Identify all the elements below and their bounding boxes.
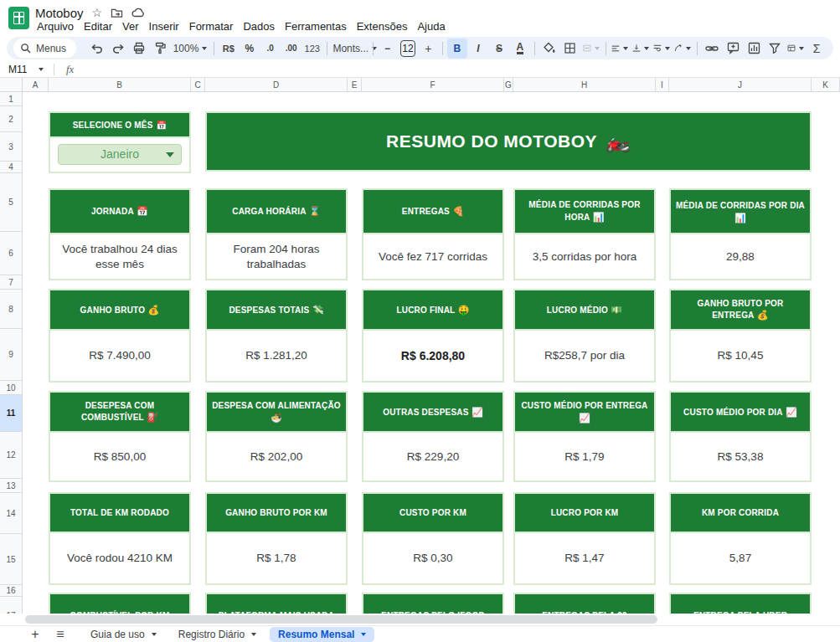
functions-button[interactable]: Σ [807, 39, 827, 59]
card-header[interactable]: CUSTO MÉDIO POR ENTREGA 📈 [515, 393, 654, 433]
card-header[interactable]: LUCRO FINAL 🤑 [363, 290, 502, 331]
month-dropdown[interactable]: Janeiro [58, 144, 182, 165]
card-header[interactable]: GANHO BRUTO POR ENTREGA 💰 [671, 290, 810, 331]
card-header[interactable]: CUSTO POR KM [363, 494, 502, 533]
card-value[interactable]: R$ 10,45 [671, 331, 810, 381]
card-header[interactable]: GANHO BRUTO 💰 [50, 290, 189, 331]
card-value[interactable]: R$258,7 por dia [515, 331, 654, 381]
menu-inserir[interactable]: Inserir [144, 19, 184, 34]
menu-extensoes[interactable]: Extensões [352, 19, 413, 34]
summary-banner[interactable]: RESUMO DO MOTOBOY 🏍️ [205, 111, 812, 172]
star-icon[interactable]: ☆ [92, 7, 103, 18]
card-header[interactable]: DESPESA COM ALIMENTAÇÃO 🍜 [207, 393, 346, 433]
column-header-f[interactable]: F [362, 78, 504, 92]
merge-cells-button[interactable] [581, 39, 601, 59]
card-value[interactable]: R$ 1,79 [515, 433, 654, 480]
card-header[interactable]: COMBUSTÍVEL POR KM [50, 594, 189, 614]
card-value[interactable]: R$ 1.281,20 [207, 331, 346, 381]
select-all-corner[interactable] [0, 78, 23, 92]
formula-input[interactable] [80, 61, 840, 77]
more-formats-button[interactable]: 123 [302, 39, 322, 59]
card-header[interactable]: MÉDIA DE CORRIDAS POR DIA 📊 [671, 190, 810, 234]
decrease-font-size-button[interactable]: − [378, 39, 398, 59]
borders-button[interactable] [560, 39, 580, 59]
table-button[interactable] [786, 39, 806, 59]
card-header[interactable]: OUTRAS DESPESAS 📈 [363, 393, 502, 433]
horizontal-scrollbar-thumb[interactable] [25, 615, 657, 624]
column-header-h[interactable]: H [513, 78, 656, 92]
sheet-tab-guia-de-uso[interactable]: Guia de uso [82, 627, 165, 642]
card-header[interactable]: DESEPESA COM COMBUSTÍVEL ⛽ [50, 393, 189, 433]
column-header-c[interactable]: C [191, 78, 205, 92]
text-rotation-button[interactable] [673, 39, 693, 59]
card-value[interactable]: R$ 229,20 [363, 433, 502, 480]
column-header-d[interactable]: D [205, 78, 348, 92]
insert-chart-button[interactable] [744, 39, 764, 59]
menu-arquivo[interactable]: Arquivo [32, 19, 79, 34]
fill-color-button[interactable] [539, 39, 559, 59]
card-value[interactable]: Você trabalhou 24 dias esse mês [50, 234, 189, 279]
format-currency-button[interactable]: R$ [219, 39, 239, 59]
card-header[interactable]: PLATAFORMA MAIS USADA [207, 594, 346, 614]
italic-button[interactable]: I [468, 39, 488, 59]
sheets-logo-icon[interactable] [8, 7, 29, 29]
card-header[interactable]: CARGA HORÁRIA ⌛ [207, 190, 346, 234]
zoom-select[interactable]: 100% [171, 39, 209, 59]
menu-editar[interactable]: Editar [79, 19, 117, 34]
document-title[interactable]: Motoboy [35, 6, 84, 20]
menu-ferramentas[interactable]: Ferramentas [280, 19, 352, 34]
card-value[interactable]: R$ 0,30 [363, 533, 502, 583]
column-header-b[interactable]: B [49, 78, 191, 92]
card-value[interactable]: R$ 6.208,80 [363, 331, 502, 381]
card-header[interactable]: LUCRO MÉDIO 💵 [515, 290, 654, 331]
card-header[interactable]: ENTREGAS PELO IFOOD [363, 594, 502, 614]
text-color-button[interactable]: A [510, 39, 530, 59]
menus-search-button[interactable]: Menus [13, 39, 76, 58]
increase-decimals-button[interactable]: .00 [281, 39, 301, 59]
decrease-decimals-button[interactable]: .0 [260, 39, 281, 59]
menu-ver[interactable]: Ver [117, 19, 144, 34]
font-select[interactable]: Monts... [331, 39, 368, 59]
card-value[interactable]: 5,87 [671, 533, 810, 583]
insert-link-button[interactable] [702, 39, 722, 59]
card-value[interactable]: R$ 202,00 [207, 433, 346, 480]
card-header[interactable]: TOTAL DE KM RODADO [50, 494, 189, 533]
column-header-k[interactable]: K [812, 78, 840, 92]
card-header[interactable]: CUSTO MÉDIO POR DIA 📈 [671, 393, 810, 433]
undo-button[interactable] [87, 39, 107, 59]
format-percent-button[interactable]: % [240, 39, 260, 59]
card-header[interactable]: ENTREGAS 🍕 [363, 190, 502, 234]
card-header[interactable]: GANHO BRUTO POR KM [207, 494, 346, 533]
column-header-i[interactable]: I [656, 78, 669, 92]
paint-format-button[interactable] [150, 39, 170, 59]
card-value[interactable]: R$ 1,47 [515, 533, 654, 583]
text-wrap-button[interactable] [652, 39, 672, 59]
month-selector-header[interactable]: SELECIONE O MÊS 📅 [50, 113, 189, 138]
menu-dados[interactable]: Dados [238, 19, 280, 34]
card-value[interactable]: R$ 53,38 [671, 433, 810, 480]
add-sheet-button[interactable]: + [25, 628, 45, 641]
print-button[interactable] [129, 39, 149, 59]
bold-button[interactable]: B [447, 39, 467, 59]
font-size-input[interactable]: 12 [400, 40, 416, 57]
card-header[interactable]: LUCRO POR KM [515, 494, 654, 533]
menu-ajuda[interactable]: Ajuda [412, 19, 450, 34]
strikethrough-button[interactable]: S [489, 39, 509, 59]
card-header[interactable]: JORNADA 📅 [50, 190, 189, 234]
column-header-j[interactable]: J [669, 78, 812, 92]
card-value[interactable]: R$ 850,00 [50, 433, 189, 480]
card-header[interactable]: ENTREGAS PELA 99 [515, 594, 654, 614]
create-filter-button[interactable] [765, 39, 785, 59]
card-value[interactable]: R$ 7.490,00 [50, 331, 189, 381]
sheet-tab-resumo-mensal[interactable]: Resumo Mensal [270, 627, 374, 642]
card-header[interactable]: DESPESAS TOTAIS 💸 [207, 290, 346, 331]
card-value[interactable]: Foram 204 horas trabalhadas [207, 234, 346, 279]
menu-formatar[interactable]: Formatar [184, 19, 239, 34]
card-value[interactable]: Você fez 717 corridas [363, 234, 502, 279]
column-header-e[interactable]: E [348, 78, 362, 92]
redo-button[interactable] [108, 39, 128, 59]
card-value[interactable]: Você rodou 4210 KM [50, 533, 189, 583]
vertical-align-button[interactable] [631, 39, 651, 59]
insert-comment-button[interactable] [723, 39, 743, 59]
column-header-g[interactable]: G [504, 78, 513, 92]
